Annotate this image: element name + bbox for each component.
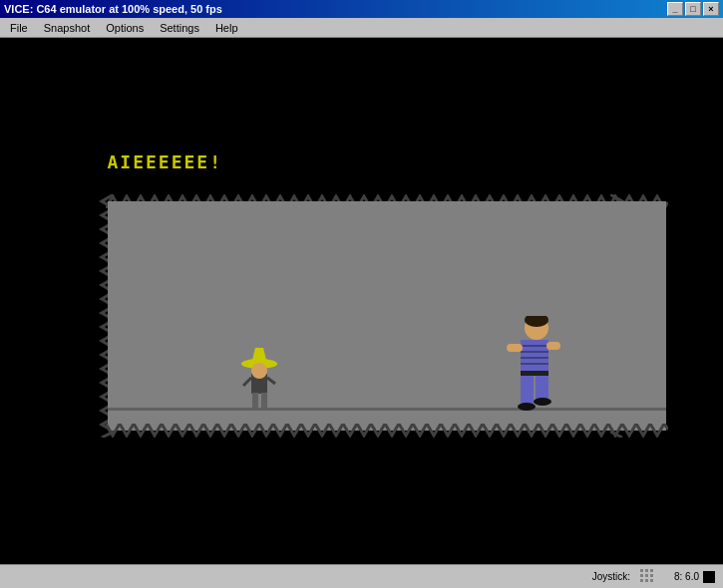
svg-rect-25 xyxy=(640,574,643,577)
svg-rect-19 xyxy=(536,376,548,401)
svg-marker-1 xyxy=(251,348,267,364)
menu-help[interactable]: Help xyxy=(209,20,244,36)
svg-rect-28 xyxy=(640,579,643,582)
svg-rect-5 xyxy=(252,393,258,408)
menu-bar: File Snapshot Options Settings Help xyxy=(0,18,723,38)
svg-rect-22 xyxy=(640,569,643,572)
svg-rect-16 xyxy=(546,342,560,350)
svg-rect-6 xyxy=(261,393,267,408)
minimize-button[interactable]: _ xyxy=(667,2,683,16)
speed-indicator: 8: 6.0 xyxy=(674,571,715,583)
window-title: VICE: C64 emulator at 100% speed, 50 fps xyxy=(4,3,222,15)
speed-block xyxy=(703,571,715,583)
svg-line-3 xyxy=(243,378,251,386)
menu-options[interactable]: Options xyxy=(100,20,150,36)
svg-point-7 xyxy=(251,363,267,379)
floor xyxy=(108,408,666,411)
title-bar: VICE: C64 emulator at 100% speed, 50 fps… xyxy=(0,0,723,18)
title-buttons: _ □ × xyxy=(667,2,719,16)
svg-rect-10 xyxy=(521,340,548,372)
emulator-area: AIEEEEEE! xyxy=(0,38,723,564)
joystick-label: Joystick: xyxy=(592,571,630,582)
menu-file[interactable]: File xyxy=(4,20,34,36)
game-text: AIEEEEEE! xyxy=(108,151,223,172)
status-bar: Joystick: 8: 6.0 xyxy=(0,564,723,588)
svg-point-21 xyxy=(534,398,551,406)
svg-rect-15 xyxy=(507,344,523,352)
menu-snapshot[interactable]: Snapshot xyxy=(38,20,96,36)
svg-rect-24 xyxy=(650,569,653,572)
zigzag-border-bottom xyxy=(106,424,668,438)
game-arena xyxy=(108,201,666,431)
game-screen: AIEEEEEE! xyxy=(68,92,656,510)
svg-point-20 xyxy=(518,403,536,411)
svg-rect-18 xyxy=(521,376,534,406)
maximize-button[interactable]: □ xyxy=(685,2,701,16)
svg-rect-27 xyxy=(650,574,653,577)
character-left xyxy=(237,346,282,411)
svg-rect-29 xyxy=(645,579,648,582)
close-button[interactable]: × xyxy=(703,2,719,16)
svg-rect-26 xyxy=(645,574,648,577)
menu-settings[interactable]: Settings xyxy=(154,20,205,36)
svg-line-4 xyxy=(267,378,275,384)
joystick-icon xyxy=(640,569,664,585)
character-right xyxy=(507,316,566,411)
speed-value: 8: 6.0 xyxy=(674,571,699,582)
svg-rect-23 xyxy=(645,569,648,572)
svg-rect-30 xyxy=(650,579,653,582)
svg-rect-17 xyxy=(521,371,548,376)
